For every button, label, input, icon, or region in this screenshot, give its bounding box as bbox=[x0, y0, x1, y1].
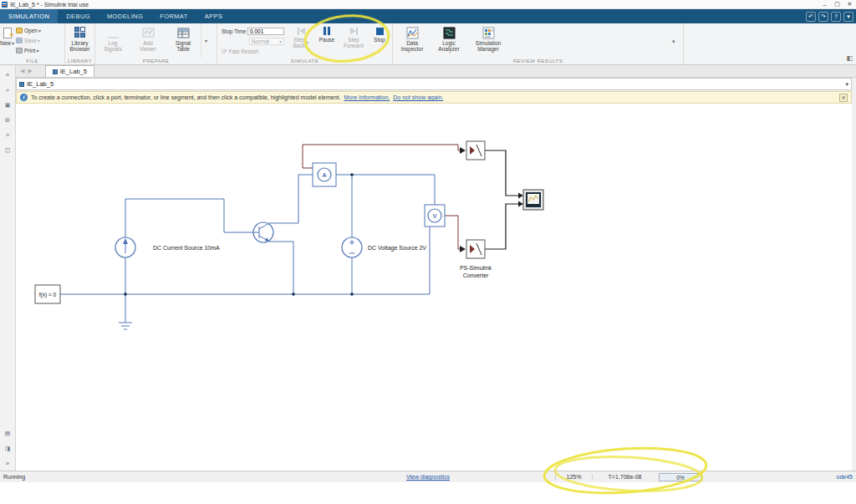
physical-wires[interactable] bbox=[59, 175, 435, 329]
help-button[interactable]: ? bbox=[831, 12, 841, 22]
save-button[interactable]: Save▾ bbox=[14, 35, 43, 45]
stop-time-label: Stop Time bbox=[222, 28, 247, 34]
signal-table-icon bbox=[176, 26, 190, 39]
caret-down-icon: ▾ bbox=[38, 38, 40, 43]
save-icon bbox=[16, 38, 23, 43]
viewmark-icon[interactable]: ▤ bbox=[2, 428, 14, 439]
ps-simulink-converter-lower[interactable]: PS-Simulink Converter bbox=[460, 240, 492, 278]
notification-close-button[interactable]: ✕ bbox=[839, 94, 848, 102]
panel-icon[interactable]: ◫ bbox=[2, 145, 14, 155]
svg-text:DC Voltage Source 2V: DC Voltage Source 2V bbox=[368, 245, 426, 252]
data-inspector-icon bbox=[405, 26, 419, 39]
quick-access-toolbar: ↶ ↷ ? ▾ bbox=[803, 9, 856, 23]
model-icon bbox=[53, 69, 58, 74]
svg-text:V: V bbox=[433, 213, 437, 219]
hide-browser-icon[interactable]: « bbox=[2, 69, 14, 80]
data-inspector-button[interactable]: Data Inspector bbox=[393, 23, 431, 52]
nav-back-icon[interactable]: ◀ bbox=[20, 68, 24, 74]
stop-label: Stop bbox=[374, 37, 385, 43]
new-model-icon: + bbox=[1, 26, 14, 39]
minimize-button[interactable]: – bbox=[818, 0, 831, 8]
ribbon-section-file: + New▾ Open▾ Save▾ Print▾ FILE bbox=[0, 23, 65, 64]
sensor-output-wires[interactable] bbox=[303, 145, 460, 249]
property-inspector-icon[interactable]: ◧ bbox=[846, 54, 853, 62]
sim-mode-select[interactable]: Normal ▾ bbox=[249, 38, 284, 45]
signal-table-button[interactable]: Signal Table bbox=[166, 23, 201, 52]
undo-button[interactable]: ↶ bbox=[806, 12, 816, 22]
stop-button[interactable]: Stop bbox=[368, 23, 391, 43]
list-icon[interactable]: ≡ bbox=[2, 130, 14, 140]
model-canvas[interactable]: f(x) = 0 DC Current Source 10mA A bbox=[16, 104, 852, 471]
simulation-manager-button[interactable]: Simulation Manager bbox=[466, 23, 510, 52]
ribbon-section-prepare: Log Signals Add Viewer Signal Table ▾ PR… bbox=[95, 23, 217, 64]
dc-current-source-block[interactable]: DC Current Source 10mA bbox=[115, 237, 220, 257]
caret-down-icon: ▾ bbox=[36, 48, 38, 53]
breadcrumb-bar[interactable]: IE_Lab_5 ▾ bbox=[16, 78, 852, 90]
svg-text:PS-Simulink: PS-Simulink bbox=[460, 265, 492, 271]
more-tools-caret-icon[interactable]: ▾ bbox=[672, 38, 675, 45]
expand-palette-icon[interactable]: » bbox=[2, 458, 14, 469]
print-button[interactable]: Print▾ bbox=[14, 45, 43, 55]
add-viewer-button[interactable]: Add Viewer bbox=[130, 23, 166, 52]
ribbon-section-library: Library Browser LIBRARY bbox=[65, 23, 95, 64]
breadcrumb-caret-icon[interactable]: ▾ bbox=[845, 81, 848, 88]
tab-debug[interactable]: DEBUG bbox=[58, 9, 99, 23]
grid-icon[interactable]: ⊞ bbox=[2, 115, 14, 125]
review-section-caption: REVIEW RESULTS bbox=[393, 59, 683, 64]
pause-button[interactable]: Pause bbox=[314, 23, 339, 43]
tab-simulation[interactable]: SIMULATION bbox=[0, 9, 58, 23]
model-icon bbox=[19, 82, 24, 87]
maximize-button[interactable]: ▢ bbox=[831, 0, 843, 8]
step-forward-button[interactable]: Step Forward bbox=[339, 23, 368, 48]
voltage-sensor-block[interactable]: V bbox=[425, 205, 445, 227]
dc-voltage-source-block[interactable]: DC Voltage Source 2V bbox=[342, 237, 426, 257]
ps-simulink-converter-upper[interactable] bbox=[466, 141, 485, 160]
do-not-show-again-link[interactable]: Do not show again. bbox=[393, 94, 443, 100]
log-signals-button[interactable]: Log Signals bbox=[95, 23, 130, 52]
redo-button[interactable]: ↷ bbox=[818, 12, 828, 22]
annotation-icon[interactable]: ▣ bbox=[2, 99, 14, 110]
npn-transistor-block[interactable] bbox=[253, 222, 273, 242]
solver-configuration-block[interactable]: f(x) = 0 bbox=[35, 285, 60, 303]
simulation-manager-icon bbox=[482, 26, 495, 39]
toolbar-options-caret-icon[interactable]: ▾ bbox=[843, 12, 853, 22]
library-browser-label: Library Browser bbox=[70, 40, 90, 52]
model-tab[interactable]: IE_Lab_5 bbox=[45, 65, 94, 77]
log-signals-label: Log Signals bbox=[104, 40, 121, 52]
scope-block[interactable] bbox=[523, 190, 543, 210]
nav-forward-icon[interactable]: ▶ bbox=[28, 68, 32, 74]
step-back-button[interactable]: Step Back▾ bbox=[288, 23, 314, 48]
fast-restart-label: Fast Restart bbox=[229, 48, 258, 54]
close-button[interactable]: ✕ bbox=[843, 0, 856, 8]
add-viewer-icon bbox=[141, 26, 155, 39]
view-diagnostics-link[interactable]: View diagnostics bbox=[406, 474, 450, 480]
tab-format[interactable]: FORMAT bbox=[151, 9, 196, 23]
ribbon-section-simulate: Stop Time Normal ▾ ⟳ Fast Restart bbox=[217, 23, 393, 64]
logic-analyzer-button[interactable]: Logic Analyzer bbox=[431, 23, 466, 52]
svg-text:Converter: Converter bbox=[463, 272, 489, 278]
tab-apps[interactable]: APPS bbox=[196, 9, 232, 23]
tab-modeling[interactable]: MODELING bbox=[99, 9, 151, 23]
zoom-level[interactable]: 125% bbox=[555, 474, 592, 480]
signal-wires[interactable] bbox=[460, 147, 523, 252]
open-button[interactable]: Open▾ bbox=[14, 25, 43, 35]
svg-text:f(x) = 0: f(x) = 0 bbox=[39, 292, 57, 298]
current-sensor-block[interactable]: A bbox=[313, 163, 336, 186]
stop-time-input[interactable] bbox=[247, 28, 284, 35]
solver-name[interactable]: ode45 bbox=[837, 474, 853, 480]
simulink-icon bbox=[2, 2, 8, 8]
stop-icon bbox=[376, 28, 384, 35]
caret-down-icon: ▾ bbox=[306, 39, 308, 45]
wire-junction-dots bbox=[124, 173, 354, 296]
printer-icon bbox=[16, 48, 23, 53]
more-information-link[interactable]: More Information. bbox=[344, 94, 390, 100]
split-view-icon[interactable]: ◨ bbox=[2, 443, 14, 454]
svg-text:A: A bbox=[322, 172, 326, 178]
prepare-gallery-expander[interactable]: ▾ bbox=[201, 23, 210, 58]
library-browser-button[interactable]: Library Browser bbox=[70, 23, 90, 52]
prepare-section-caption: PREPARE bbox=[95, 59, 217, 64]
zoom-icon[interactable]: ⌕ bbox=[2, 84, 14, 95]
ribbon-section-review: Data Inspector Logic Analyzer Simulation… bbox=[393, 23, 684, 64]
new-button[interactable]: + New▾ bbox=[0, 23, 14, 46]
fast-restart-toggle[interactable]: ⟳ Fast Restart bbox=[222, 46, 284, 56]
